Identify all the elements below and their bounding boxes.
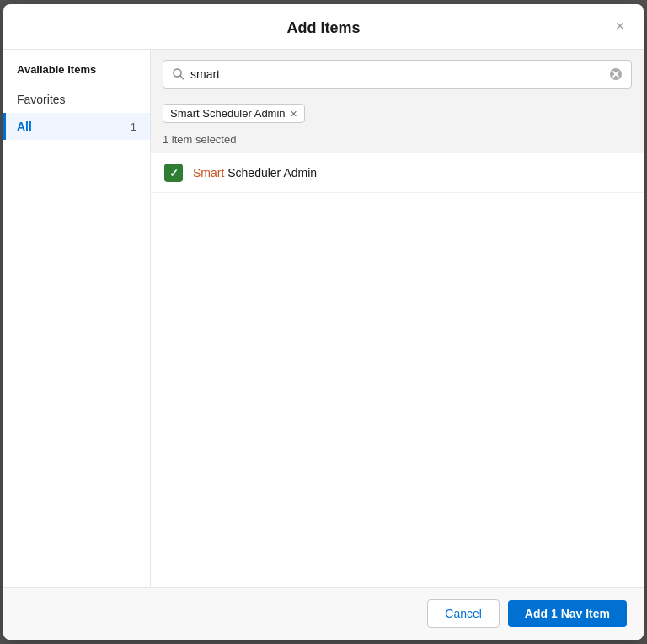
svg-line-1 bbox=[180, 76, 184, 79]
item-label-highlight: Smart bbox=[193, 166, 224, 180]
tag-label: Smart Scheduler Admin bbox=[170, 107, 286, 120]
tag-remove-button[interactable]: × bbox=[291, 108, 297, 120]
item-label-rest: Scheduler Admin bbox=[224, 166, 317, 180]
cancel-button[interactable]: Cancel bbox=[427, 599, 500, 628]
search-wrapper bbox=[163, 60, 632, 89]
modal-body: Available Items Favorites All 1 bbox=[3, 50, 644, 587]
sidebar-item-all[interactable]: All 1 bbox=[3, 113, 150, 140]
list-item[interactable]: Smart Scheduler Admin bbox=[151, 153, 644, 193]
close-button[interactable]: × bbox=[610, 17, 630, 37]
modal-dialog: Add Items × Available Items Favorites Al… bbox=[3, 4, 644, 640]
add-nav-item-button[interactable]: Add 1 Nav Item bbox=[508, 600, 627, 627]
selected-tags-area: Smart Scheduler Admin × bbox=[151, 97, 644, 128]
selected-tag: Smart Scheduler Admin × bbox=[163, 104, 305, 123]
modal-title: Add Items bbox=[286, 19, 360, 36]
checkbox-checked-icon[interactable] bbox=[164, 164, 183, 182]
search-icon bbox=[172, 67, 185, 81]
items-list: Smart Scheduler Admin bbox=[151, 153, 644, 587]
sidebar-item-label: Favorites bbox=[17, 93, 66, 106]
search-input[interactable] bbox=[190, 61, 609, 88]
sidebar-heading: Available Items bbox=[3, 63, 150, 86]
modal-footer: Cancel Add 1 Nav Item bbox=[3, 587, 644, 640]
item-label: Smart Scheduler Admin bbox=[193, 166, 317, 180]
sidebar-item-count: 1 bbox=[131, 121, 136, 133]
search-clear-button[interactable] bbox=[609, 67, 623, 81]
sidebar: Available Items Favorites All 1 bbox=[3, 50, 151, 587]
search-area bbox=[151, 50, 644, 97]
sidebar-item-favorites[interactable]: Favorites bbox=[3, 86, 150, 113]
modal-header: Add Items × bbox=[3, 4, 644, 50]
modal-overlay: Add Items × Available Items Favorites Al… bbox=[0, 0, 647, 644]
main-content: Smart Scheduler Admin × 1 item selected … bbox=[151, 50, 644, 587]
sidebar-item-label: All bbox=[17, 120, 32, 133]
selection-info: 1 item selected bbox=[151, 128, 644, 153]
